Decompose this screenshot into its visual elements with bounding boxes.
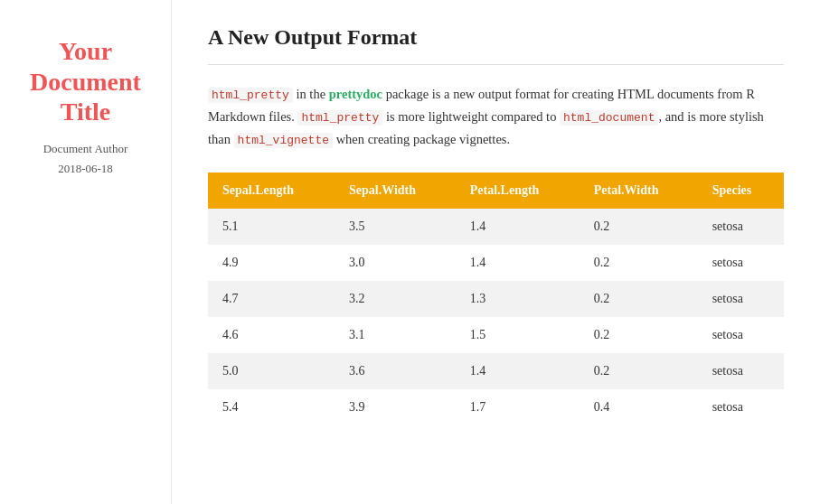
table-row: 4.73.21.30.2setosa bbox=[208, 281, 784, 317]
table-body: 5.13.51.40.2setosa4.93.01.40.2setosa4.73… bbox=[208, 209, 784, 425]
table-cell: 3.5 bbox=[335, 209, 456, 245]
table-cell: setosa bbox=[698, 281, 784, 317]
table-header-cell: Sepal.Width bbox=[335, 173, 456, 209]
code-html-vignette: html_vignette bbox=[234, 133, 333, 148]
table-cell: 4.7 bbox=[208, 281, 335, 317]
document-date: 2018-06-18 bbox=[18, 162, 153, 176]
intro-paragraph: html_pretty in the prettydoc package is … bbox=[208, 83, 784, 151]
table-header-cell: Petal.Length bbox=[456, 173, 580, 209]
table-cell: 0.2 bbox=[580, 245, 698, 281]
package-name: prettydoc bbox=[329, 87, 382, 101]
intro-text-5: when creating package vignettes. bbox=[333, 132, 510, 146]
table-header-row: Sepal.LengthSepal.WidthPetal.LengthPetal… bbox=[208, 173, 784, 209]
table-cell: 1.4 bbox=[456, 353, 580, 389]
table-cell: 0.2 bbox=[580, 317, 698, 353]
table-header-cell: Sepal.Length bbox=[208, 173, 335, 209]
table-row: 4.63.11.50.2setosa bbox=[208, 317, 784, 353]
table-cell: 1.4 bbox=[456, 209, 580, 245]
table-cell: 0.4 bbox=[580, 389, 698, 425]
table-cell: 1.7 bbox=[456, 389, 580, 425]
table-head: Sepal.LengthSepal.WidthPetal.LengthPetal… bbox=[208, 173, 784, 209]
table-cell: 1.5 bbox=[456, 317, 580, 353]
table-cell: 3.2 bbox=[335, 281, 456, 317]
page-title: A New Output Format bbox=[208, 25, 784, 50]
table-cell: setosa bbox=[698, 245, 784, 281]
table-cell: 3.6 bbox=[335, 353, 456, 389]
table-cell: 3.1 bbox=[335, 317, 456, 353]
table-cell: 3.9 bbox=[335, 389, 456, 425]
table-cell: 0.2 bbox=[580, 353, 698, 389]
table-header-cell: Species bbox=[698, 173, 784, 209]
table-row: 5.03.61.40.2setosa bbox=[208, 353, 784, 389]
table-cell: 5.1 bbox=[208, 209, 335, 245]
table-cell: 0.2 bbox=[580, 209, 698, 245]
code-html-document: html_document bbox=[560, 110, 658, 126]
table-cell: setosa bbox=[698, 353, 784, 389]
code-html-pretty-2: html_pretty bbox=[297, 110, 382, 126]
table-cell: 4.6 bbox=[208, 317, 335, 353]
code-html-pretty-1: html_pretty bbox=[208, 88, 293, 103]
intro-text-3: is more lightweight compared to bbox=[382, 109, 560, 124]
title-divider bbox=[208, 64, 784, 65]
table-cell: 3.0 bbox=[335, 245, 456, 281]
table-cell: 5.0 bbox=[208, 353, 335, 389]
data-table: Sepal.LengthSepal.WidthPetal.LengthPetal… bbox=[208, 173, 784, 425]
table-cell: 1.4 bbox=[456, 245, 580, 281]
table-cell: 0.2 bbox=[580, 281, 698, 317]
table-cell: setosa bbox=[698, 209, 784, 245]
table-cell: 1.3 bbox=[456, 281, 580, 317]
table-row: 4.93.01.40.2setosa bbox=[208, 245, 784, 281]
document-title: Your Document Title bbox=[18, 36, 153, 127]
table-cell: 4.9 bbox=[208, 245, 335, 281]
table-cell: setosa bbox=[698, 317, 784, 353]
document-author: Document Author bbox=[18, 142, 153, 156]
table-row: 5.43.91.70.4setosa bbox=[208, 389, 784, 425]
table-header-cell: Petal.Width bbox=[580, 173, 698, 209]
sidebar: Your Document Title Document Author 2018… bbox=[0, 0, 172, 504]
table-cell: 5.4 bbox=[208, 389, 335, 425]
main-content: A New Output Format html_pretty in the p… bbox=[172, 0, 820, 504]
table-row: 5.13.51.40.2setosa bbox=[208, 209, 784, 245]
intro-text-1: in the bbox=[293, 87, 329, 101]
table-cell: setosa bbox=[698, 389, 784, 425]
